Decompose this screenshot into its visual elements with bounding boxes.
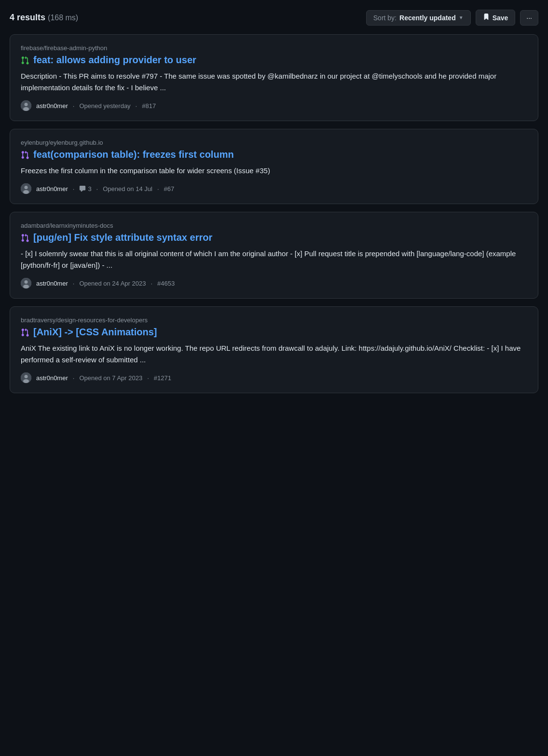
- author-name: astr0n0mer: [36, 280, 68, 287]
- pr-icon: [21, 150, 29, 160]
- result-card: eylenburg/eylenburg.github.io feat(compa…: [10, 129, 538, 204]
- pr-title-row: feat: allows adding provider to user: [21, 55, 527, 66]
- result-card: firebase/firebase-admin-python feat: all…: [10, 34, 538, 121]
- sort-label: Sort by:: [373, 14, 397, 22]
- pr-icon: [21, 233, 29, 243]
- opened-date: Opened yesterday: [79, 102, 130, 110]
- more-options-icon: ···: [526, 14, 532, 22]
- results-count: 4 results (168 ms): [10, 13, 78, 23]
- results-count-number: 4 results: [10, 13, 45, 22]
- pr-meta: astr0n0mer · Opened on 7 Apr 2023 · #127…: [21, 372, 527, 383]
- save-button[interactable]: Save: [476, 10, 516, 26]
- pr-title[interactable]: [AniX] -> [CSS Animations]: [33, 327, 157, 338]
- svg-point-10: [25, 375, 28, 378]
- more-options-button[interactable]: ···: [520, 10, 538, 26]
- pr-number: #1271: [154, 374, 171, 382]
- header-actions: Sort by: Recently updated ▼ Save ···: [366, 10, 538, 26]
- avatar: [21, 100, 31, 111]
- pr-meta: astr0n0mer · Opened yesterday · #817: [21, 100, 527, 111]
- opened-date: Opened on 24 Apr 2023: [79, 280, 146, 287]
- pr-title[interactable]: [pug/en] Fix style attribute syntax erro…: [33, 232, 212, 243]
- sort-button[interactable]: Sort by: Recently updated ▼: [366, 10, 471, 26]
- pr-number: #817: [142, 102, 156, 110]
- pr-number: #67: [164, 185, 175, 192]
- author-name: astr0n0mer: [36, 374, 68, 382]
- sort-value: Recently updated: [399, 14, 456, 22]
- pr-meta: astr0n0mer · 3 · Opened on 14 Jul · #67: [21, 183, 527, 194]
- repo-name: eylenburg/eylenburg.github.io: [21, 139, 527, 146]
- results-ms: (168 ms): [48, 14, 78, 22]
- pr-number: #4653: [157, 280, 175, 287]
- pr-description: Description - This PR aims to resolve #7…: [21, 70, 527, 94]
- avatar: [21, 183, 31, 194]
- header-bar: 4 results (168 ms) Sort by: Recently upd…: [10, 10, 538, 26]
- pr-icon: [21, 327, 29, 337]
- svg-point-5: [23, 190, 29, 194]
- pr-meta: astr0n0mer · Opened on 24 Apr 2023 · #46…: [21, 278, 527, 289]
- opened-date: Opened on 7 Apr 2023: [79, 374, 142, 382]
- opened-date: Opened on 14 Jul: [103, 185, 152, 192]
- save-label: Save: [493, 14, 508, 22]
- repo-name: bradtraversy/design-resources-for-develo…: [21, 316, 527, 324]
- pr-icon: [21, 55, 29, 65]
- pr-title-row: [AniX] -> [CSS Animations]: [21, 327, 527, 338]
- svg-point-4: [25, 186, 28, 189]
- results-list: firebase/firebase-admin-python feat: all…: [10, 34, 538, 393]
- avatar: [21, 278, 31, 289]
- pr-title[interactable]: feat(comparison table): freezes first co…: [33, 149, 234, 160]
- pr-description: Freezes the first column in the comparis…: [21, 165, 527, 177]
- pr-title[interactable]: feat: allows adding provider to user: [33, 55, 196, 66]
- bookmark-icon: [483, 14, 490, 22]
- svg-point-2: [23, 107, 29, 111]
- pr-description: AniX The existing link to AniX is no lon…: [21, 343, 527, 366]
- pr-title-row: [pug/en] Fix style attribute syntax erro…: [21, 232, 527, 243]
- result-card: bradtraversy/design-resources-for-develo…: [10, 306, 538, 393]
- svg-point-1: [25, 103, 28, 106]
- repo-name: adambard/learnxinyminutes-docs: [21, 222, 527, 229]
- author-name: astr0n0mer: [36, 102, 68, 110]
- repo-name: firebase/firebase-admin-python: [21, 44, 527, 52]
- author-name: astr0n0mer: [36, 185, 68, 192]
- svg-point-7: [25, 280, 28, 284]
- svg-point-11: [23, 379, 29, 383]
- result-card: adambard/learnxinyminutes-docs [pug/en] …: [10, 212, 538, 299]
- pr-description: - [x] I solemnly swear that this is all …: [21, 248, 527, 271]
- chevron-down-icon: ▼: [459, 15, 464, 20]
- avatar: [21, 372, 31, 383]
- comment-count: 3: [79, 185, 91, 192]
- pr-title-row: feat(comparison table): freezes first co…: [21, 149, 527, 160]
- svg-point-8: [23, 285, 29, 289]
